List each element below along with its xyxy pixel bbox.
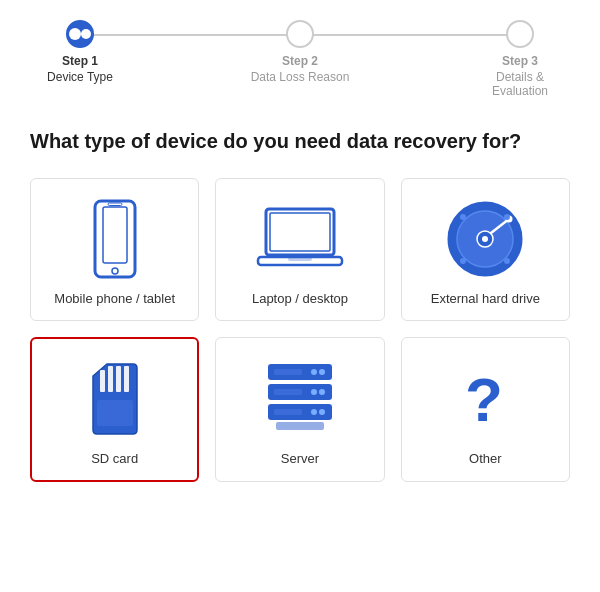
- hdd-icon: [445, 199, 525, 279]
- step-2-circle: [286, 20, 314, 48]
- laptop-label: Laptop / desktop: [252, 291, 348, 306]
- svg-text:?: ?: [465, 365, 503, 434]
- svg-rect-18: [100, 370, 105, 392]
- other-icon: ?: [455, 359, 515, 439]
- step-3-title: Step 3: [502, 54, 538, 68]
- other-label: Other: [469, 451, 502, 466]
- step-2: Step 2 Data Loss Reason: [250, 20, 350, 84]
- device-card-laptop[interactable]: Laptop / desktop: [215, 178, 384, 321]
- server-icon: [260, 359, 340, 439]
- svg-rect-7: [288, 257, 312, 261]
- step-1: Step 1 Device Type: [30, 20, 130, 84]
- step-2-label: Data Loss Reason: [251, 70, 350, 84]
- svg-rect-33: [274, 389, 302, 395]
- device-card-hdd[interactable]: External hard drive: [401, 178, 570, 321]
- stepper: Step 1 Device Type Step 2 Data Loss Reas…: [30, 20, 570, 98]
- svg-point-15: [504, 214, 510, 220]
- svg-rect-20: [116, 366, 121, 392]
- mobile-phone-icon: [89, 199, 141, 279]
- svg-rect-22: [97, 400, 133, 426]
- svg-rect-1: [103, 207, 127, 263]
- svg-point-26: [319, 369, 325, 375]
- svg-point-31: [311, 409, 317, 415]
- svg-rect-5: [270, 213, 330, 251]
- sdcard-label: SD card: [91, 451, 138, 466]
- svg-rect-3: [108, 203, 122, 206]
- question-text: What type of device do you need data rec…: [30, 128, 570, 154]
- svg-point-16: [460, 258, 466, 264]
- sdcard-icon: [85, 359, 145, 439]
- mobile-label: Mobile phone / tablet: [54, 291, 175, 306]
- device-card-sdcard[interactable]: SD card: [30, 337, 199, 482]
- step-3: Step 3 Details & Evaluation: [470, 20, 570, 98]
- svg-point-27: [311, 369, 317, 375]
- svg-point-11: [482, 236, 488, 242]
- svg-point-30: [319, 409, 325, 415]
- svg-point-17: [504, 258, 510, 264]
- step-1-circle: [66, 20, 94, 48]
- device-card-mobile[interactable]: Mobile phone / tablet: [30, 178, 199, 321]
- laptop-icon: [256, 199, 344, 279]
- hdd-label: External hard drive: [431, 291, 540, 306]
- svg-point-2: [112, 268, 118, 274]
- svg-point-28: [319, 389, 325, 395]
- svg-rect-32: [274, 369, 302, 375]
- step-1-title: Step 1: [62, 54, 98, 68]
- step-3-label: Details & Evaluation: [470, 70, 570, 98]
- device-card-server[interactable]: Server: [215, 337, 384, 482]
- svg-rect-4: [266, 209, 334, 255]
- svg-point-14: [460, 214, 466, 220]
- step-3-circle: [506, 20, 534, 48]
- svg-point-29: [311, 389, 317, 395]
- device-grid: Mobile phone / tablet Laptop / desktop: [30, 178, 570, 482]
- step-1-label: Device Type: [47, 70, 113, 84]
- server-label: Server: [281, 451, 319, 466]
- svg-rect-34: [274, 409, 302, 415]
- device-card-other[interactable]: ? Other: [401, 337, 570, 482]
- svg-rect-19: [108, 366, 113, 392]
- svg-rect-35: [276, 422, 324, 430]
- step-2-title: Step 2: [282, 54, 318, 68]
- svg-rect-0: [95, 201, 135, 277]
- svg-rect-21: [124, 366, 129, 392]
